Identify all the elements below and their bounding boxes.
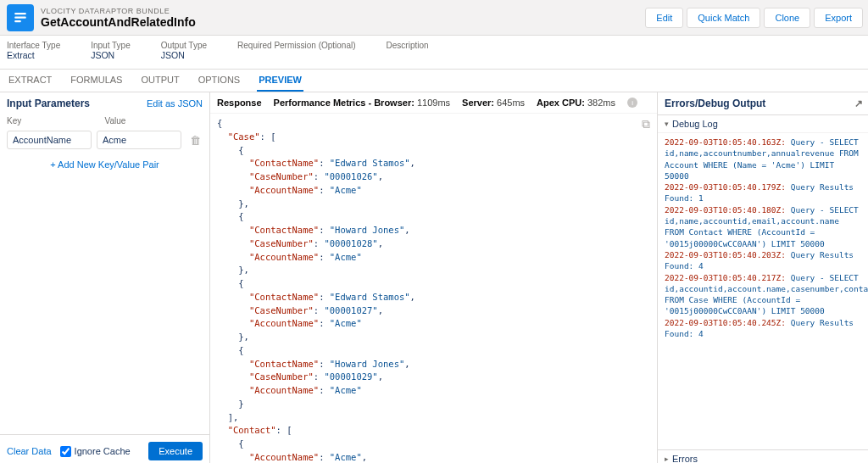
tab-formulas[interactable]: FORMULAS bbox=[69, 70, 124, 92]
ignore-cache-text: Ignore Cache bbox=[75, 446, 131, 456]
clone-button[interactable]: Clone bbox=[764, 8, 810, 28]
debug-log-title: Debug Log bbox=[672, 119, 718, 129]
info-icon[interactable]: i bbox=[627, 98, 637, 108]
meta-description-label: Description bbox=[387, 41, 429, 50]
edit-button[interactable]: Edit bbox=[645, 8, 683, 28]
kv-key-input[interactable] bbox=[7, 131, 92, 149]
popout-icon[interactable]: ↗ bbox=[854, 98, 863, 109]
meta-output-type-value: JSON bbox=[161, 50, 185, 60]
debug-panel-title: Errors/Debug Output bbox=[665, 98, 765, 109]
copy-icon[interactable]: ⧉ bbox=[642, 117, 650, 131]
svg-rect-2 bbox=[14, 20, 21, 22]
quick-match-button[interactable]: Quick Match bbox=[687, 8, 760, 28]
header-title: GetAccountAndRelatedInfo bbox=[41, 15, 196, 29]
meta-input-type-value: JSON bbox=[91, 50, 114, 60]
tabs: EXTRACT FORMULAS OUTPUT OPTIONS PREVIEW bbox=[0, 70, 868, 92]
tab-options[interactable]: OPTIONS bbox=[197, 70, 242, 92]
clear-data-link[interactable]: Clear Data bbox=[7, 446, 52, 456]
page-header: VLOCITY DATARAPTOR BUNDLE GetAccountAndR… bbox=[0, 0, 868, 36]
perf-label: Performance Metrics - Browser: bbox=[274, 98, 415, 108]
tab-extract[interactable]: EXTRACT bbox=[7, 70, 53, 92]
input-parameters-title: Input Parameters bbox=[7, 98, 90, 109]
execute-button[interactable]: Execute bbox=[148, 442, 203, 460]
response-panel: Response Performance Metrics - Browser: … bbox=[210, 92, 658, 463]
errors-title: Errors bbox=[672, 454, 698, 463]
perf-value: 1109ms bbox=[417, 98, 450, 108]
kv-row: 🗑 bbox=[0, 127, 209, 153]
apex-label: Apex CPU: bbox=[537, 98, 585, 108]
edit-as-json-link[interactable]: Edit as JSON bbox=[147, 98, 203, 109]
export-button[interactable]: Export bbox=[814, 8, 863, 28]
meta-interface-type-label: Interface Type bbox=[7, 41, 60, 50]
apex-value: 382ms bbox=[587, 98, 615, 108]
debug-log-section[interactable]: ▾ Debug Log bbox=[658, 115, 868, 133]
tab-preview[interactable]: PREVIEW bbox=[257, 70, 303, 92]
errors-section[interactable]: ▸ Errors bbox=[658, 449, 868, 463]
delete-row-icon[interactable]: 🗑 bbox=[190, 134, 201, 147]
svg-rect-1 bbox=[14, 16, 26, 18]
tab-output[interactable]: OUTPUT bbox=[139, 70, 181, 92]
meta-interface-type-value: Extract bbox=[7, 50, 35, 60]
add-kv-row[interactable]: + Add New Key/Value Pair bbox=[0, 153, 209, 176]
meta-input-type-label: Input Type bbox=[91, 41, 131, 50]
response-json-body[interactable]: { "Case": [ { "ContactName": "Edward Sta… bbox=[210, 114, 657, 463]
kv-head-key: Key bbox=[7, 116, 105, 126]
kv-head-value: Value bbox=[105, 116, 203, 126]
header-supertitle: VLOCITY DATARAPTOR BUNDLE bbox=[41, 7, 196, 15]
server-value: 645ms bbox=[497, 98, 525, 108]
bundle-icon bbox=[7, 4, 34, 31]
svg-rect-0 bbox=[14, 13, 26, 14]
debug-panel: Errors/Debug Output ↗ ▾ Debug Log 2022-0… bbox=[658, 92, 868, 463]
meta-output-type-label: Output Type bbox=[161, 41, 207, 50]
input-parameters-panel: Input Parameters Edit as JSON Key Value … bbox=[0, 92, 210, 463]
kv-value-input[interactable] bbox=[97, 131, 181, 149]
caret-right-icon: ▸ bbox=[665, 455, 669, 463]
response-title: Response bbox=[217, 98, 262, 108]
server-label: Server: bbox=[462, 98, 494, 108]
ignore-cache-checkbox[interactable] bbox=[60, 446, 71, 457]
ignore-cache-label[interactable]: Ignore Cache bbox=[60, 446, 131, 457]
meta-row: Interface TypeExtract Input TypeJSON Out… bbox=[0, 36, 868, 70]
meta-required-permission-label: Required Permission (Optional) bbox=[237, 41, 356, 50]
debug-log-body[interactable]: 2022-09-03T10:05:40.163Z: Query - SELECT… bbox=[658, 133, 868, 449]
caret-down-icon: ▾ bbox=[665, 120, 669, 128]
